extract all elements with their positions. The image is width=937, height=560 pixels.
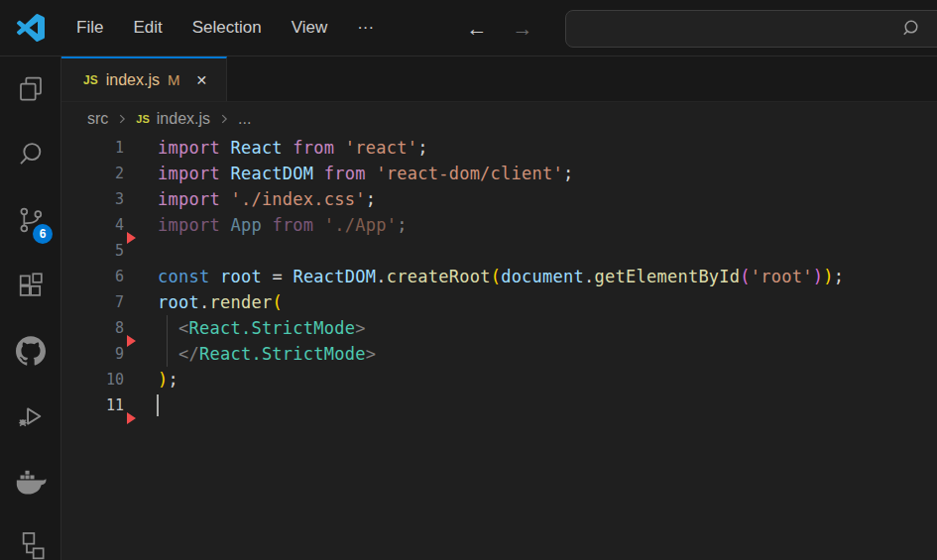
tab-index-js[interactable]: JS index.js M ✕: [61, 56, 227, 101]
search-input[interactable]: [566, 21, 937, 38]
line-number: 8: [61, 319, 124, 337]
indent-guide: [167, 315, 168, 341]
menu-bar: File Edit Selection View ···: [61, 12, 389, 44]
code-line-text: const root = ReactDOM.createRoot(documen…: [158, 264, 844, 289]
menu-view[interactable]: View: [277, 12, 343, 44]
activity-source-control[interactable]: 6: [0, 187, 60, 253]
gutter-marker-icon: [127, 335, 136, 347]
code-line[interactable]: 8 <React.StrictMode>: [61, 315, 937, 341]
code-line[interactable]: 7root.render(: [61, 289, 937, 315]
activity-remote-explorer[interactable]: [0, 514, 60, 560]
activity-extensions[interactable]: [0, 253, 60, 318]
line-number: 2: [61, 165, 124, 182]
code-line-text: import React from 'react';: [158, 135, 428, 161]
code-line-text: import ReactDOM from 'react-dom/client';: [158, 161, 574, 186]
code-line[interactable]: 10);: [61, 367, 937, 392]
menu-selection[interactable]: Selection: [177, 12, 277, 44]
js-file-icon: JS: [83, 73, 98, 87]
chevron-right-icon: [115, 112, 129, 126]
activity-explorer[interactable]: [0, 56, 60, 122]
modified-indicator: M: [168, 71, 180, 88]
line-number: 4: [61, 216, 124, 234]
activity-run-and-debug[interactable]: [0, 384, 60, 449]
code-line[interactable]: 9 </React.StrictMode>: [61, 341, 937, 367]
indent-guide: [167, 341, 168, 367]
activity-bar: 6: [0, 56, 61, 560]
breadcrumb-symbol[interactable]: ...: [238, 110, 251, 128]
scm-badge: 6: [33, 224, 53, 244]
breadcrumb-file[interactable]: index.js: [157, 110, 210, 128]
menu-more[interactable]: ···: [342, 12, 389, 44]
code-line[interactable]: 2import ReactDOM from 'react-dom/client'…: [61, 161, 937, 186]
code-line[interactable]: 4import App from './App';: [61, 212, 937, 238]
tab-close-button[interactable]: ✕: [195, 72, 207, 88]
gutter-marker-icon: [127, 232, 136, 244]
code-line[interactable]: 5: [61, 238, 937, 264]
code-line-text: );: [158, 367, 178, 392]
line-number: 3: [61, 190, 124, 208]
code-line-text: root.render(: [158, 289, 283, 315]
line-number: 5: [61, 242, 124, 260]
code-line-text: import './index.css';: [158, 186, 376, 212]
js-file-icon: JS: [136, 113, 149, 125]
chevron-right-icon: [217, 112, 231, 126]
line-number: 7: [61, 293, 124, 311]
line-number: 9: [61, 345, 124, 363]
activity-search[interactable]: [0, 122, 60, 187]
line-number: 6: [61, 268, 124, 285]
code-line[interactable]: 6const root = ReactDOM.createRoot(docume…: [61, 264, 937, 289]
search-icon: [900, 17, 923, 44]
line-number: 11: [61, 396, 124, 414]
vscode-window: File Edit Selection View ··· ← →: [0, 0, 937, 560]
menu-edit[interactable]: Edit: [118, 12, 176, 44]
tab-title: index.js: [106, 71, 160, 89]
line-number: 1: [61, 139, 124, 157]
forward-arrow-button[interactable]: →: [510, 18, 535, 39]
back-arrow-button[interactable]: ←: [464, 18, 490, 39]
activity-github[interactable]: [0, 318, 60, 384]
breadcrumb: src JS index.js ...: [61, 102, 937, 135]
menu-file[interactable]: File: [61, 12, 118, 44]
command-center-search[interactable]: [565, 10, 937, 48]
editor-group: JS index.js M ✕ src JS index.js ... 1imp…: [61, 56, 937, 560]
code-line-text: import App from './App';: [158, 212, 408, 238]
code-line[interactable]: 1import React from 'react';: [61, 135, 937, 161]
tab-bar: JS index.js M ✕: [61, 56, 937, 102]
title-bar: File Edit Selection View ··· ← →: [0, 0, 937, 56]
editor[interactable]: 1import React from 'react';2import React…: [61, 135, 937, 560]
code-line-text: <React.StrictMode>: [158, 315, 366, 341]
code-line-text: </React.StrictMode>: [158, 341, 376, 367]
text-cursor: [157, 394, 159, 416]
breadcrumb-src[interactable]: src: [87, 110, 108, 128]
vscode-logo-icon: [0, 14, 61, 42]
activity-docker[interactable]: [0, 449, 60, 514]
code-line[interactable]: 3import './index.css';: [61, 186, 937, 212]
history-navigation: ← →: [464, 0, 535, 56]
editor-lines: 1import React from 'react';2import React…: [61, 135, 937, 418]
line-number: 10: [61, 371, 124, 389]
gutter-marker-icon: [127, 412, 136, 424]
code-line[interactable]: 11: [61, 392, 937, 418]
